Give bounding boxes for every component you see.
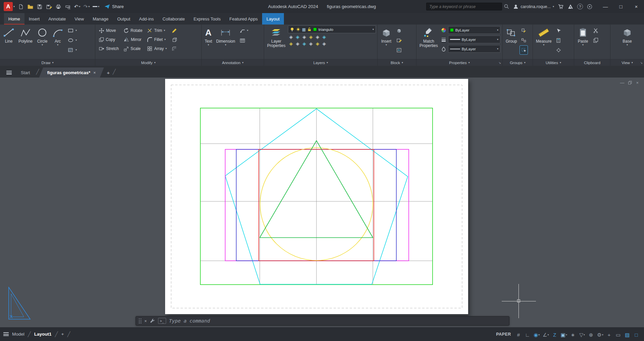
new-layout-button[interactable]: + <box>61 332 64 337</box>
ortho-mode-icon[interactable]: ∟ <box>524 330 532 339</box>
tab-close-icon[interactable]: × <box>93 70 96 75</box>
workspace-switch-icon[interactable]: ⚙ ▾ <box>596 330 604 339</box>
tab-model[interactable]: Model <box>12 332 24 337</box>
tab-collaborate[interactable]: Collaborate <box>158 13 189 25</box>
selection-cycling-icon[interactable]: ▣ ▾ <box>560 330 568 339</box>
arc-button[interactable]: Arc <box>50 26 65 58</box>
panel-label-annotation[interactable]: Annotation <box>202 59 264 66</box>
line-button[interactable]: Line <box>1 26 16 58</box>
group-selection-toggle-button[interactable] <box>520 46 528 54</box>
panel-label-draw[interactable]: Draw <box>0 59 95 66</box>
layer-tool-icon[interactable] <box>296 41 299 46</box>
tab-express-tools[interactable]: Express Tools <box>189 13 225 25</box>
lineweight-list-icon[interactable] <box>441 37 446 42</box>
match-properties-button[interactable]: Match Properties <box>418 26 440 58</box>
leader-button[interactable] <box>238 26 250 35</box>
mirror-button[interactable]: Mirror <box>122 35 144 44</box>
window-minimize-icon[interactable]: — <box>620 80 624 85</box>
share-button[interactable]: Share <box>104 4 124 9</box>
group-edit-button[interactable] <box>520 26 528 35</box>
batch-plot-button[interactable] <box>63 2 72 11</box>
paper-sheet[interactable] <box>165 79 468 314</box>
close-icon[interactable]: × <box>144 319 147 324</box>
ungroup-button[interactable] <box>520 36 528 45</box>
panel-label-utilities[interactable]: Utilities <box>533 59 574 66</box>
id-point-button[interactable] <box>555 46 562 54</box>
statusbar-menu-icon[interactable] <box>3 332 9 336</box>
tab-figuras-geometricas[interactable]: figuras geometricas* × <box>39 67 104 78</box>
array-button[interactable]: Array <box>146 44 168 53</box>
clean-screen-icon[interactable]: □ <box>632 330 641 339</box>
block-attributes-button[interactable] <box>395 46 403 54</box>
create-block-button[interactable] <box>395 26 403 35</box>
block-editor-button[interactable] <box>395 36 403 45</box>
layer-select[interactable]: triangulo <box>288 26 376 33</box>
close-button[interactable]: × <box>629 0 644 13</box>
ellipse-tool-button[interactable] <box>66 36 78 45</box>
command-input[interactable]: Type a command <box>169 318 210 324</box>
drawing-area[interactable]: — × X × >_ Type a command <box>0 78 644 327</box>
layer-freeze-icon[interactable] <box>296 27 300 32</box>
copy-clip-button[interactable] <box>592 36 600 45</box>
tab-insert[interactable]: Insert <box>24 13 44 25</box>
layer-tool-icon[interactable] <box>309 35 313 39</box>
panel-launcher-icon[interactable] <box>640 61 643 64</box>
signin-button[interactable]: carolina.roque... <box>513 4 554 9</box>
trim-button[interactable]: Trim <box>146 26 168 35</box>
text-button[interactable]: A Text <box>203 26 214 58</box>
polyline-button[interactable]: Polyline <box>17 26 34 58</box>
save-button[interactable] <box>35 2 44 11</box>
measure-button[interactable]: Measure <box>534 26 553 58</box>
insert-block-button[interactable]: Insert <box>379 26 394 58</box>
qat-customize-button[interactable] <box>92 2 100 11</box>
undo-button[interactable]: ↶ <box>73 2 82 11</box>
minimize-button[interactable]: — <box>598 0 613 13</box>
layer-tool-icon[interactable] <box>302 41 306 46</box>
quick-calculator-button[interactable] <box>555 36 562 45</box>
group-button[interactable]: Group <box>504 26 518 58</box>
tab-layout[interactable]: Layout <box>262 13 284 25</box>
maximize-button[interactable]: □ <box>613 0 629 13</box>
panel-label-layers[interactable]: Layers <box>264 59 377 66</box>
window-restore-icon[interactable] <box>628 81 632 85</box>
color-wheel-icon[interactable] <box>441 28 446 33</box>
linetype-select[interactable]: ByLayer <box>448 45 500 53</box>
help-icon[interactable]: ? <box>577 4 583 9</box>
magenta-rectangle[interactable] <box>225 149 409 261</box>
dimension-button[interactable]: Dimension <box>214 26 237 58</box>
layer-lock-icon[interactable] <box>307 27 311 32</box>
panel-launcher-icon[interactable] <box>498 61 501 64</box>
object-snap-icon[interactable]: ∗ <box>569 330 577 339</box>
offset-button[interactable] <box>170 44 178 53</box>
command-line-bar[interactable]: × >_ Type a command <box>136 316 509 326</box>
explode-button[interactable] <box>170 35 178 44</box>
new-drawing-tab-button[interactable]: + <box>104 67 113 78</box>
new-file-button[interactable] <box>16 2 25 11</box>
erase-button[interactable] <box>170 26 178 35</box>
fillet-button[interactable]: Fillet <box>146 35 168 44</box>
tab-home[interactable]: Home <box>4 13 24 25</box>
selection-filter-icon[interactable]: ▽ ▾ <box>578 330 586 339</box>
window-close-icon[interactable]: × <box>636 80 639 85</box>
panel-label-modify[interactable]: Modify <box>95 59 201 66</box>
drag-grip-icon[interactable] <box>139 319 141 324</box>
paper-space-toggle[interactable]: PAPER <box>496 332 511 337</box>
circle-button[interactable]: Circle <box>35 26 50 58</box>
polar-tracking-icon[interactable]: ◉ ▾ <box>533 330 541 339</box>
tab-output[interactable]: Output <box>113 13 135 25</box>
paste-button[interactable]: Paste <box>576 26 590 58</box>
layer-properties-button[interactable]: Layer Properties <box>265 26 287 58</box>
app-menu-button[interactable]: A <box>3 2 16 11</box>
redo-button[interactable]: ↷ <box>82 2 91 11</box>
layer-tool-icon[interactable] <box>289 41 293 46</box>
panel-label-clipboard[interactable]: Clipboard <box>574 59 610 66</box>
search-icon[interactable] <box>504 4 509 9</box>
panel-label-properties[interactable]: Properties <box>416 59 502 66</box>
quick-properties-icon[interactable]: ▭ <box>614 330 623 339</box>
annotation-monitor-icon[interactable]: + <box>605 330 613 339</box>
quick-select-button[interactable] <box>555 26 562 35</box>
layer-vp-freeze-icon[interactable] <box>302 27 306 32</box>
object-color-select[interactable]: ByLayer <box>448 26 500 34</box>
snap-mode-icon[interactable]: # <box>514 330 523 339</box>
move-button[interactable]: Move <box>97 26 120 35</box>
